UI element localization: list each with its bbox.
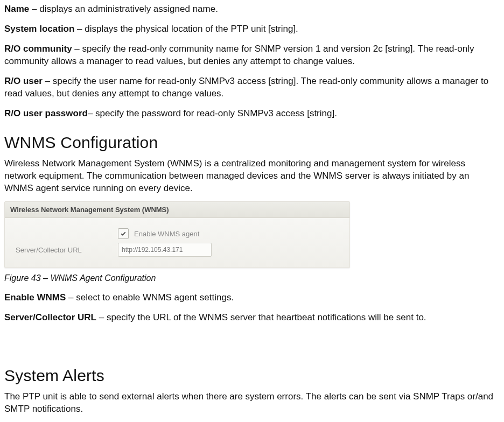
def-desc: – specify the URL of the WNMS server tha… [96, 312, 426, 322]
panel-title: Wireless Network Management System (WNMS… [5, 202, 349, 219]
heading-system-alerts: System Alerts [4, 365, 500, 387]
def-server-collector-url: Server/Collector URL – specify the URL o… [4, 312, 500, 324]
def-term: System location [4, 24, 74, 34]
def-desc: – select to enable WNMS agent settings. [66, 292, 234, 303]
def-term: Server/Collector URL [4, 312, 96, 322]
def-term: R/O user password [4, 108, 88, 118]
def-enable-wnms: Enable WNMS – select to enable WNMS agen… [4, 292, 500, 304]
def-term: Enable WNMS [4, 292, 66, 303]
def-term: Name [4, 4, 29, 14]
panel-row-server-url: Server/Collector URL [10, 242, 344, 258]
system-alerts-description: The PTP unit is able to send external al… [4, 391, 500, 416]
def-desc: – displays the physical location of the … [74, 24, 298, 34]
panel-row-enable: Enable WNMS agent [10, 226, 344, 242]
def-desc: – specify the read-only community name f… [4, 44, 474, 66]
def-desc: – displays an administratively assigned … [29, 4, 218, 14]
def-system-location: System location – displays the physical … [4, 23, 500, 36]
def-ro-community: R/O community – specify the read-only co… [4, 43, 500, 68]
server-url-label: Server/Collector URL [10, 245, 118, 255]
def-term: R/O community [4, 44, 72, 54]
wnms-description: Wireless Network Management System (WNMS… [4, 158, 500, 195]
spacer [4, 332, 500, 353]
def-desc: – specify the user name for read-only SN… [4, 76, 488, 99]
heading-wnms-configuration: WNMS Configuration [4, 132, 500, 154]
check-icon [120, 230, 127, 237]
def-ro-user: R/O user – specify the user name for rea… [4, 75, 500, 100]
def-term: R/O user [4, 76, 43, 86]
server-url-input[interactable] [118, 243, 212, 257]
figure-caption: Figure 43 – WNMS Agent Configuration [4, 272, 500, 284]
enable-wnms-checkbox[interactable] [118, 228, 129, 239]
wnms-config-panel: Wireless Network Management System (WNMS… [4, 201, 350, 269]
def-ro-user-password: R/O user password– specify the password … [4, 108, 500, 120]
enable-wnms-label: Enable WNMS agent [134, 229, 199, 239]
enable-wnms-option: Enable WNMS agent [118, 228, 199, 239]
def-name: Name – displays an administratively assi… [4, 3, 500, 16]
panel-body: Enable WNMS agent Server/Collector URL [5, 218, 349, 268]
def-desc: – specify the password for read-only SNM… [88, 108, 337, 118]
